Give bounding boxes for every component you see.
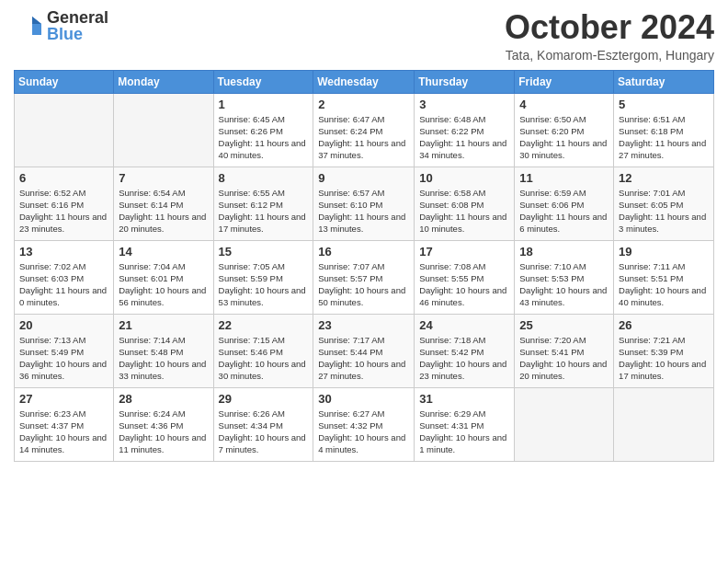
day-info: Sunrise: 7:14 AM Sunset: 5:48 PM Dayligh… bbox=[119, 334, 208, 383]
header-cell-wednesday: Wednesday bbox=[313, 70, 415, 93]
day-info: Sunrise: 6:48 AM Sunset: 6:22 PM Dayligh… bbox=[419, 113, 509, 162]
day-info: Sunrise: 7:15 AM Sunset: 5:46 PM Dayligh… bbox=[219, 334, 309, 383]
logo: General Blue bbox=[14, 9, 108, 42]
header-cell-tuesday: Tuesday bbox=[213, 70, 313, 93]
day-number: 14 bbox=[119, 245, 208, 259]
day-number: 22 bbox=[219, 318, 309, 332]
day-number: 15 bbox=[219, 245, 309, 259]
day-cell: 6Sunrise: 6:52 AM Sunset: 6:16 PM Daylig… bbox=[15, 167, 114, 240]
day-cell: 11Sunrise: 6:59 AM Sunset: 6:06 PM Dayli… bbox=[515, 167, 614, 240]
day-info: Sunrise: 6:55 AM Sunset: 6:12 PM Dayligh… bbox=[219, 187, 309, 236]
day-number: 25 bbox=[519, 318, 609, 332]
day-info: Sunrise: 6:57 AM Sunset: 6:10 PM Dayligh… bbox=[318, 187, 409, 236]
day-number: 27 bbox=[19, 392, 108, 406]
day-number: 29 bbox=[219, 392, 309, 406]
day-cell: 25Sunrise: 7:20 AM Sunset: 5:41 PM Dayli… bbox=[515, 314, 614, 387]
day-number: 8 bbox=[219, 171, 309, 185]
day-info: Sunrise: 6:27 AM Sunset: 4:32 PM Dayligh… bbox=[318, 408, 409, 456]
day-info: Sunrise: 7:01 AM Sunset: 6:05 PM Dayligh… bbox=[619, 187, 709, 236]
header-cell-monday: Monday bbox=[114, 70, 213, 93]
day-number: 30 bbox=[318, 392, 409, 406]
day-info: Sunrise: 6:54 AM Sunset: 6:14 PM Dayligh… bbox=[119, 187, 208, 236]
day-number: 28 bbox=[119, 392, 208, 406]
page-header: General Blue October 2024 Tata, Komarom-… bbox=[14, 9, 714, 63]
day-number: 3 bbox=[419, 98, 509, 111]
day-info: Sunrise: 6:47 AM Sunset: 6:24 PM Dayligh… bbox=[318, 113, 409, 162]
logo-icon bbox=[14, 11, 43, 40]
title-block: October 2024 Tata, Komarom-Esztergom, Hu… bbox=[505, 9, 714, 63]
day-cell: 29Sunrise: 6:26 AM Sunset: 4:34 PM Dayli… bbox=[213, 387, 313, 461]
day-number: 6 bbox=[19, 171, 108, 185]
day-cell: 10Sunrise: 6:58 AM Sunset: 6:08 PM Dayli… bbox=[415, 167, 515, 240]
day-info: Sunrise: 6:23 AM Sunset: 4:37 PM Dayligh… bbox=[19, 408, 108, 456]
day-cell: 20Sunrise: 7:13 AM Sunset: 5:49 PM Dayli… bbox=[15, 314, 114, 387]
week-row-2: 6Sunrise: 6:52 AM Sunset: 6:16 PM Daylig… bbox=[15, 167, 714, 240]
location: Tata, Komarom-Esztergom, Hungary bbox=[505, 48, 714, 63]
day-cell: 24Sunrise: 7:18 AM Sunset: 5:42 PM Dayli… bbox=[415, 314, 515, 387]
header-cell-thursday: Thursday bbox=[415, 70, 515, 93]
day-number: 9 bbox=[318, 171, 409, 185]
calendar-table: SundayMondayTuesdayWednesdayThursdayFrid… bbox=[14, 70, 714, 462]
logo-general: General bbox=[47, 9, 108, 26]
day-number: 20 bbox=[19, 318, 108, 332]
logo-text: General Blue bbox=[47, 9, 108, 42]
day-cell: 9Sunrise: 6:57 AM Sunset: 6:10 PM Daylig… bbox=[313, 167, 415, 240]
day-info: Sunrise: 7:07 AM Sunset: 5:57 PM Dayligh… bbox=[318, 260, 409, 309]
day-cell bbox=[15, 93, 114, 167]
day-number: 17 bbox=[419, 245, 509, 259]
day-cell bbox=[614, 387, 714, 461]
day-cell: 2Sunrise: 6:47 AM Sunset: 6:24 PM Daylig… bbox=[313, 93, 415, 167]
logo-blue: Blue bbox=[47, 26, 108, 42]
day-cell bbox=[114, 93, 213, 167]
day-cell: 16Sunrise: 7:07 AM Sunset: 5:57 PM Dayli… bbox=[313, 240, 415, 314]
day-info: Sunrise: 6:45 AM Sunset: 6:26 PM Dayligh… bbox=[219, 113, 309, 162]
day-cell bbox=[515, 387, 614, 461]
day-info: Sunrise: 7:18 AM Sunset: 5:42 PM Dayligh… bbox=[419, 334, 509, 383]
day-cell: 30Sunrise: 6:27 AM Sunset: 4:32 PM Dayli… bbox=[313, 387, 415, 461]
day-cell: 1Sunrise: 6:45 AM Sunset: 6:26 PM Daylig… bbox=[213, 93, 313, 167]
day-number: 10 bbox=[419, 171, 509, 185]
day-info: Sunrise: 6:29 AM Sunset: 4:31 PM Dayligh… bbox=[419, 408, 509, 456]
day-info: Sunrise: 6:52 AM Sunset: 6:16 PM Dayligh… bbox=[19, 187, 108, 236]
day-number: 11 bbox=[519, 171, 609, 185]
day-cell: 18Sunrise: 7:10 AM Sunset: 5:53 PM Dayli… bbox=[515, 240, 614, 314]
day-info: Sunrise: 6:58 AM Sunset: 6:08 PM Dayligh… bbox=[419, 187, 509, 236]
day-number: 7 bbox=[119, 171, 208, 185]
day-number: 5 bbox=[619, 98, 709, 111]
day-cell: 26Sunrise: 7:21 AM Sunset: 5:39 PM Dayli… bbox=[614, 314, 714, 387]
day-cell: 19Sunrise: 7:11 AM Sunset: 5:51 PM Dayli… bbox=[614, 240, 714, 314]
day-number: 12 bbox=[619, 171, 709, 185]
day-info: Sunrise: 7:05 AM Sunset: 5:59 PM Dayligh… bbox=[219, 260, 309, 309]
day-info: Sunrise: 7:17 AM Sunset: 5:44 PM Dayligh… bbox=[318, 334, 409, 383]
day-number: 19 bbox=[619, 245, 709, 259]
day-info: Sunrise: 7:02 AM Sunset: 6:03 PM Dayligh… bbox=[19, 260, 108, 309]
day-cell: 21Sunrise: 7:14 AM Sunset: 5:48 PM Dayli… bbox=[114, 314, 213, 387]
day-cell: 28Sunrise: 6:24 AM Sunset: 4:36 PM Dayli… bbox=[114, 387, 213, 461]
day-cell: 23Sunrise: 7:17 AM Sunset: 5:44 PM Dayli… bbox=[313, 314, 415, 387]
day-info: Sunrise: 6:50 AM Sunset: 6:20 PM Dayligh… bbox=[519, 113, 609, 162]
calendar-body: 1Sunrise: 6:45 AM Sunset: 6:26 PM Daylig… bbox=[15, 93, 714, 461]
day-info: Sunrise: 7:08 AM Sunset: 5:55 PM Dayligh… bbox=[419, 260, 509, 309]
day-info: Sunrise: 7:04 AM Sunset: 6:01 PM Dayligh… bbox=[119, 260, 208, 309]
day-cell: 3Sunrise: 6:48 AM Sunset: 6:22 PM Daylig… bbox=[415, 93, 515, 167]
page-container: General Blue October 2024 Tata, Komarom-… bbox=[0, 0, 728, 476]
week-row-4: 20Sunrise: 7:13 AM Sunset: 5:49 PM Dayli… bbox=[15, 314, 714, 387]
header-row: SundayMondayTuesdayWednesdayThursdayFrid… bbox=[15, 70, 714, 93]
day-number: 13 bbox=[19, 245, 108, 259]
day-info: Sunrise: 7:10 AM Sunset: 5:53 PM Dayligh… bbox=[519, 260, 609, 309]
day-info: Sunrise: 7:20 AM Sunset: 5:41 PM Dayligh… bbox=[519, 334, 609, 383]
day-number: 18 bbox=[519, 245, 609, 259]
calendar-header: SundayMondayTuesdayWednesdayThursdayFrid… bbox=[15, 70, 714, 93]
day-cell: 15Sunrise: 7:05 AM Sunset: 5:59 PM Dayli… bbox=[213, 240, 313, 314]
day-info: Sunrise: 6:59 AM Sunset: 6:06 PM Dayligh… bbox=[519, 187, 609, 236]
day-cell: 22Sunrise: 7:15 AM Sunset: 5:46 PM Dayli… bbox=[213, 314, 313, 387]
day-cell: 27Sunrise: 6:23 AM Sunset: 4:37 PM Dayli… bbox=[15, 387, 114, 461]
day-cell: 17Sunrise: 7:08 AM Sunset: 5:55 PM Dayli… bbox=[415, 240, 515, 314]
day-number: 23 bbox=[318, 318, 409, 332]
day-number: 16 bbox=[318, 245, 409, 259]
day-cell: 4Sunrise: 6:50 AM Sunset: 6:20 PM Daylig… bbox=[515, 93, 614, 167]
header-cell-sunday: Sunday bbox=[15, 70, 114, 93]
day-info: Sunrise: 7:11 AM Sunset: 5:51 PM Dayligh… bbox=[619, 260, 709, 309]
week-row-3: 13Sunrise: 7:02 AM Sunset: 6:03 PM Dayli… bbox=[15, 240, 714, 314]
week-row-5: 27Sunrise: 6:23 AM Sunset: 4:37 PM Dayli… bbox=[15, 387, 714, 461]
